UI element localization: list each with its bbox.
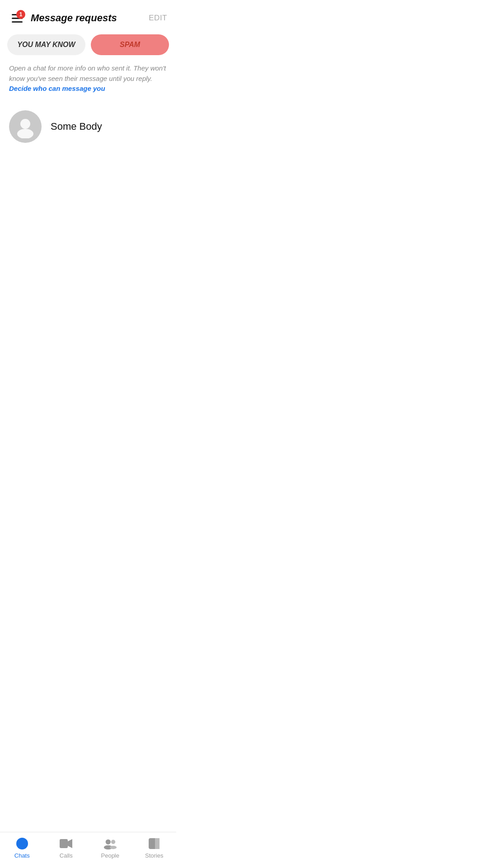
edit-button[interactable]: EDIT [149,14,167,23]
menu-button[interactable]: 1 [7,8,27,28]
info-link[interactable]: Decide who can message you [9,85,105,92]
avatar-icon [14,115,37,138]
info-body: Open a chat for more info on who sent it… [9,64,166,82]
menu-badge: 1 [16,10,25,19]
svg-point-0 [20,119,30,129]
svg-point-1 [17,129,33,138]
avatar [9,110,42,143]
contact-name: Some Body [51,121,102,132]
tab-you-may-know[interactable]: YOU MAY KNOW [7,34,85,55]
contact-item[interactable]: Some Body [0,105,176,148]
tab-bar: YOU MAY KNOW SPAM [0,34,176,55]
info-text: Open a chat for more info on who sent it… [0,63,176,105]
page-title: Message requests [31,12,149,24]
tab-spam[interactable]: SPAM [91,34,169,55]
header: 1 Message requests EDIT [0,0,176,34]
